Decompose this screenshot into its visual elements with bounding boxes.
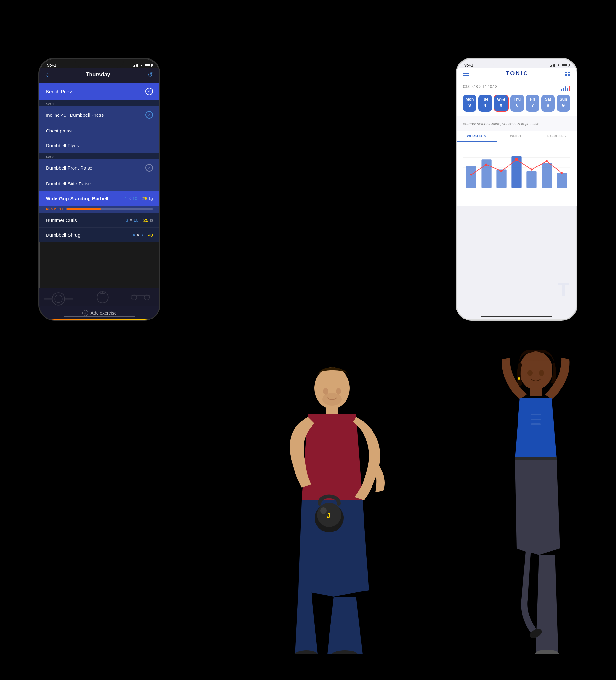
calendar-day-tue[interactable]: Tue 4 bbox=[478, 95, 492, 112]
rest-timer: REST: 17 bbox=[39, 206, 160, 213]
exercise-list: Bench Press ✓ Set 1 Incline 45° Dumbbell… bbox=[39, 83, 160, 318]
svg-point-26 bbox=[546, 160, 548, 162]
svg-rect-46 bbox=[531, 419, 541, 420]
home-indicator-right bbox=[481, 316, 553, 317]
exercise-sets: 1 × 10 25 kg bbox=[125, 196, 153, 201]
workout-chart bbox=[463, 147, 570, 199]
kettlebell-container: J bbox=[310, 487, 348, 536]
list-item[interactable]: Hummer Curls 3 × 10 25 lb bbox=[39, 213, 160, 228]
signal-icon-right bbox=[550, 64, 555, 67]
app-title-right: TONIC bbox=[506, 70, 529, 77]
svg-point-32 bbox=[323, 388, 328, 395]
list-item[interactable]: Dumbbell Side Raise bbox=[39, 176, 160, 191]
check-icon: ✓ bbox=[145, 111, 153, 119]
svg-point-25 bbox=[531, 168, 533, 170]
svg-rect-7 bbox=[131, 296, 150, 299]
stats-bars-icon bbox=[561, 85, 570, 91]
app-header-left: ‹ Thursday ↺ bbox=[39, 68, 160, 83]
calendar-day-sun[interactable]: Sun 9 bbox=[557, 95, 570, 112]
status-icons-left: ▲ bbox=[133, 63, 152, 67]
phone-frame-right: 9:41 ▲ bbox=[455, 58, 578, 321]
svg-point-39 bbox=[519, 351, 553, 390]
quote-text: Without self-discipline, success is impo… bbox=[463, 122, 540, 126]
svg-point-43 bbox=[528, 627, 543, 640]
tab-weight[interactable]: WEIGHT bbox=[497, 131, 537, 142]
svg-rect-45 bbox=[531, 414, 541, 415]
list-item[interactable]: Dumbbell Shrug 4 × 8 40 bbox=[39, 228, 160, 243]
svg-point-22 bbox=[485, 164, 487, 166]
time-right: 9:41 bbox=[464, 62, 473, 68]
athlete-male-svg bbox=[270, 366, 398, 654]
exercise-name: Dumbbell Side Raise bbox=[46, 181, 91, 186]
svg-point-49 bbox=[539, 370, 544, 376]
svg-point-44 bbox=[535, 650, 559, 654]
tab-workouts[interactable]: WORKOUTS bbox=[456, 131, 497, 142]
svg-point-38 bbox=[320, 507, 327, 514]
exercise-name: Wide-Grip Standing Barbell bbox=[46, 196, 108, 201]
exercise-sets: 3 × 10 25 lb bbox=[126, 218, 153, 223]
svg-rect-16 bbox=[496, 170, 506, 188]
svg-rect-18 bbox=[527, 171, 536, 188]
add-exercise-bar[interactable]: + Add exercise bbox=[39, 306, 160, 320]
svg-point-27 bbox=[561, 172, 563, 174]
notch-right bbox=[493, 59, 541, 68]
list-item[interactable]: Wide-Grip Standing Barbell 1 × 10 25 kg bbox=[39, 191, 160, 206]
wifi-icon-right: ▲ bbox=[557, 63, 560, 67]
calendar-day-row: Mon 3 Tue 4 Wed 5 Thu bbox=[463, 95, 570, 112]
athlete-female-svg bbox=[475, 350, 597, 654]
calendar-day-mon[interactable]: Mon 3 bbox=[463, 95, 476, 112]
calendar-day-fri[interactable]: Fri 7 bbox=[526, 95, 539, 112]
svg-point-34 bbox=[323, 393, 342, 406]
calendar-section: 03.09.18 > 14.10.18 Mon 3 bbox=[456, 81, 577, 116]
list-item[interactable]: Chest press bbox=[39, 123, 160, 138]
svg-point-1 bbox=[55, 295, 62, 303]
athlete-female-container bbox=[475, 350, 597, 654]
list-item[interactable]: Dumbbell Front Raise ✓ bbox=[39, 160, 160, 176]
battery-icon-right bbox=[562, 63, 569, 67]
calendar-day-thu[interactable]: Thu 6 bbox=[510, 95, 524, 112]
svg-point-23 bbox=[501, 170, 502, 172]
tab-exercises[interactable]: EXERCISES bbox=[536, 131, 577, 142]
svg-rect-47 bbox=[531, 423, 541, 425]
exercise-name: Bench Press bbox=[46, 89, 73, 94]
svg-point-31 bbox=[332, 651, 358, 654]
exercise-name: Dumbbell Front Raise bbox=[46, 165, 92, 171]
bg-decorative-icons bbox=[39, 288, 160, 307]
app-header-right: TONIC bbox=[456, 68, 577, 81]
history-icon-left[interactable]: ↺ bbox=[147, 71, 153, 79]
phone-right: 9:41 ▲ bbox=[455, 58, 578, 321]
kettlebell-svg: J bbox=[310, 487, 348, 536]
svg-point-41 bbox=[529, 351, 543, 361]
page-title-left: Thursday bbox=[86, 72, 110, 78]
svg-point-28 bbox=[314, 367, 350, 409]
back-button-left[interactable]: ‹ bbox=[46, 70, 49, 79]
exercise-name: Chest press bbox=[46, 128, 72, 134]
calendar-day-wed[interactable]: Wed 5 bbox=[494, 95, 508, 112]
svg-rect-14 bbox=[466, 166, 476, 188]
svg-point-35 bbox=[315, 504, 344, 533]
svg-rect-19 bbox=[541, 163, 552, 188]
menu-button-right[interactable] bbox=[463, 72, 469, 76]
chart-area bbox=[456, 142, 577, 206]
tabs-section: WORKOUTS WEIGHT EXERCISES bbox=[456, 131, 577, 142]
calendar-day-sat[interactable]: Sat 8 bbox=[541, 95, 555, 112]
svg-point-30 bbox=[295, 651, 318, 654]
quote-section: Without self-discipline, success is impo… bbox=[456, 116, 577, 131]
set-label-2: Set 2 bbox=[39, 153, 160, 160]
phone-left: 9:41 ▲ ‹ Thursday bbox=[38, 58, 161, 321]
exercise-name: Incline 45° Dumbbell Press bbox=[46, 112, 104, 118]
svg-point-48 bbox=[528, 370, 533, 376]
check-icon: ✓ bbox=[145, 88, 153, 95]
scene: 9:41 ▲ ‹ Thursday bbox=[0, 0, 616, 680]
check-icon: ✓ bbox=[145, 164, 153, 172]
svg-point-50 bbox=[518, 377, 521, 380]
list-item[interactable]: Incline 45° Dumbbell Press ✓ bbox=[39, 107, 160, 123]
grid-button-right[interactable] bbox=[565, 72, 570, 76]
set-label-1: Set 1 bbox=[39, 100, 160, 107]
svg-rect-40 bbox=[530, 387, 541, 396]
list-item[interactable]: Bench Press ✓ bbox=[39, 83, 160, 100]
svg-point-24 bbox=[515, 158, 518, 161]
list-item[interactable]: Dumbbell Flyes bbox=[39, 138, 160, 153]
svg-rect-42 bbox=[515, 457, 557, 463]
date-range: 03.09.18 > 14.10.18 bbox=[463, 84, 497, 89]
